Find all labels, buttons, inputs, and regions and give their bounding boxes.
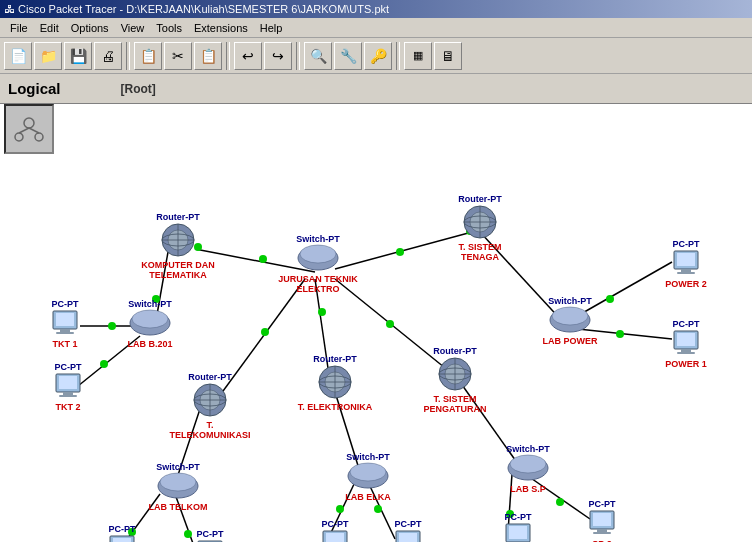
menu-view[interactable]: View <box>115 20 151 36</box>
node-type-label: PC-PT <box>55 362 82 372</box>
node-router-sistem-tenaga[interactable]: Router-PT T. SISTEM TENAGA <box>440 194 520 262</box>
node-switch-lab-b201[interactable]: Switch-PT LAB B.201 <box>110 299 190 349</box>
node-type-label: Router-PT <box>188 372 232 382</box>
node-router-telekomunikasi[interactable]: Router-PT T. TELEKOMUNIKASI <box>170 372 250 440</box>
svg-point-33 <box>261 328 269 336</box>
node-name-label: KOMPUTER DAN TELEMATIKA <box>138 260 218 280</box>
node-pc-power1[interactable]: PC-PT POWER 1 <box>646 319 726 369</box>
svg-rect-101 <box>677 253 695 266</box>
node-name-label: LAB S.P <box>510 484 546 494</box>
pc-icon <box>671 329 701 359</box>
menu-tools[interactable]: Tools <box>150 20 188 36</box>
toolbar-print[interactable]: 🖨 <box>94 42 122 70</box>
logical-tab-icon[interactable] <box>4 104 54 154</box>
toolbar-key[interactable]: 🔑 <box>364 42 392 70</box>
svg-rect-102 <box>681 269 691 272</box>
node-name-label: POWER 1 <box>665 359 707 369</box>
node-pc-power2[interactable]: PC-PT POWER 2 <box>646 239 726 289</box>
titlebar-text: Cisco Packet Tracer - D:\KERJAAN\Kuliah\… <box>18 3 389 15</box>
svg-rect-89 <box>56 313 74 326</box>
svg-rect-103 <box>677 272 695 274</box>
toolbar-paste[interactable]: 📋 <box>194 42 222 70</box>
node-type-label: Router-PT <box>458 194 502 204</box>
node-type-label: PC-PT <box>673 319 700 329</box>
svg-point-81 <box>552 307 588 325</box>
workspace-breadcrumb: [Root] <box>121 82 156 96</box>
svg-point-52 <box>300 245 336 263</box>
node-type-label: Switch-PT <box>128 299 172 309</box>
node-switch-jurusan[interactable]: Switch-PT JURUSAN TEKNIK ELEKTRO <box>278 234 358 294</box>
router-icon <box>192 382 228 420</box>
node-type-label: Switch-PT <box>506 444 550 454</box>
node-switch-lab-sp[interactable]: Switch-PT LAB S.P <box>488 444 568 494</box>
node-switch-lab-power[interactable]: Switch-PT LAB POWER <box>530 296 610 346</box>
app-icon: 🖧 <box>4 3 18 15</box>
node-pc-tkt2[interactable]: PC-PT TKT 2 <box>28 362 108 412</box>
router-icon <box>317 364 353 402</box>
svg-line-3 <box>19 128 29 133</box>
svg-point-40 <box>616 330 624 338</box>
node-pc-tkt1[interactable]: PC-PT TKT 1 <box>25 299 105 349</box>
menu-extensions[interactable]: Extensions <box>188 20 254 36</box>
svg-rect-97 <box>677 333 695 346</box>
menu-file[interactable]: File <box>4 20 34 36</box>
svg-rect-98 <box>681 349 691 352</box>
node-pc-sp2[interactable]: PC-PT SP 2 <box>562 499 642 542</box>
toolbar-zoom[interactable]: 🔍 <box>304 42 332 70</box>
node-type-label: PC-PT <box>52 299 79 309</box>
node-switch-lab-elka[interactable]: Switch-PT LAB ELKA <box>328 452 408 502</box>
switch-icon <box>347 462 389 492</box>
svg-rect-93 <box>59 376 77 389</box>
node-router-elektronika[interactable]: Router-PT T. ELEKTRONIKA <box>295 354 375 412</box>
node-type-label: Switch-PT <box>296 234 340 244</box>
node-router-sistem-pengaturan[interactable]: Router-PT T. SISTEM PENGATURAN <box>415 346 495 414</box>
toolbar-open[interactable]: 📁 <box>34 42 62 70</box>
node-type-label: PC-PT <box>589 499 616 509</box>
switch-icon <box>297 244 339 274</box>
node-switch-lab-telkom[interactable]: Switch-PT LAB TELKOM <box>138 462 218 512</box>
toolbar-tools[interactable]: 🔧 <box>334 42 362 70</box>
menu-edit[interactable]: Edit <box>34 20 65 36</box>
node-pc-telkom2[interactable]: PC-PT TELKOM 2 <box>170 529 250 542</box>
toolbar-redo[interactable]: ↪ <box>264 42 292 70</box>
node-type-label: Router-PT <box>313 354 357 364</box>
toolbar-separator-3 <box>296 42 300 70</box>
pc-icon <box>503 522 533 542</box>
menu-help[interactable]: Help <box>254 20 289 36</box>
svg-point-83 <box>350 463 386 481</box>
node-name-label: POWER 2 <box>665 279 707 289</box>
node-router-komputer[interactable]: Router-PT KOMPUTER DAN TELEMATIKA <box>138 212 218 280</box>
node-pc-elka2[interactable]: PC-PT ELKA 2 <box>368 519 448 542</box>
router-icon <box>462 204 498 242</box>
switch-icon <box>157 472 199 502</box>
node-name-label: T. TELEKOMUNIKASI <box>170 420 251 440</box>
svg-rect-126 <box>597 529 607 532</box>
svg-point-25 <box>259 255 267 263</box>
svg-point-29 <box>318 308 326 316</box>
toolbar-new[interactable]: 📄 <box>4 42 32 70</box>
node-type-label: PC-PT <box>505 512 532 522</box>
switch-icon <box>129 309 171 339</box>
node-pc-elka1[interactable]: PC-PT ELKA 1 <box>295 519 375 542</box>
toolbar-monitor[interactable]: 🖥 <box>434 42 462 70</box>
toolbar-undo[interactable]: ↩ <box>234 42 262 70</box>
pc-icon <box>671 249 701 279</box>
node-type-label: Router-PT <box>433 346 477 356</box>
toolbar-cut[interactable]: ✂ <box>164 42 192 70</box>
workspace-tab-logical[interactable]: Logical <box>8 80 61 97</box>
node-name-label: TKT 1 <box>52 339 77 349</box>
toolbar-grid[interactable]: ▦ <box>404 42 432 70</box>
svg-rect-94 <box>63 392 73 395</box>
toolbar-copy[interactable]: 📋 <box>134 42 162 70</box>
node-pc-sp1[interactable]: PC-PT SP 1 <box>478 512 558 542</box>
node-type-label: Switch-PT <box>156 462 200 472</box>
toolbar-save[interactable]: 💾 <box>64 42 92 70</box>
node-type-label: PC-PT <box>197 529 224 539</box>
node-name-label: TKT 2 <box>55 402 80 412</box>
pc-icon <box>107 534 137 542</box>
menu-options[interactable]: Options <box>65 20 115 36</box>
node-pc-telkom1[interactable]: PC-PT TELKOM 1 <box>82 524 162 542</box>
svg-point-43 <box>336 505 344 513</box>
svg-rect-90 <box>60 329 70 332</box>
svg-point-79 <box>132 310 168 328</box>
